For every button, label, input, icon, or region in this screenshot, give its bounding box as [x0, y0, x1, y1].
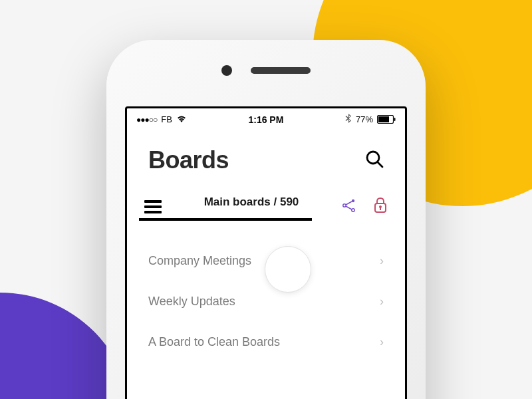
wifi-icon — [176, 114, 187, 125]
chevron-right-icon: › — [380, 335, 384, 349]
share-button[interactable] — [341, 198, 357, 216]
status-left: ●●●○○ FB — [136, 114, 187, 125]
phone-camera — [221, 65, 232, 76]
svg-line-8 — [346, 201, 352, 205]
phone-frame: ●●●○○ FB 1:16 PM 77% Boards — [106, 40, 426, 399]
svg-rect-2 — [394, 118, 395, 121]
touch-indicator — [265, 246, 311, 293]
phone-screen: ●●●○○ FB 1:16 PM 77% Boards — [125, 106, 407, 399]
phone-hardware-top — [221, 65, 311, 76]
bluetooth-icon — [345, 114, 352, 125]
svg-line-4 — [378, 162, 382, 167]
status-time: 1:16 PM — [248, 114, 283, 125]
status-right: 77% — [345, 114, 396, 125]
list-item-label: A Board to Clean Boards — [148, 335, 280, 349]
share-icon — [341, 198, 357, 213]
svg-point-7 — [352, 209, 354, 211]
svg-line-9 — [346, 206, 352, 209]
svg-rect-1 — [378, 116, 389, 122]
chevron-right-icon: › — [380, 295, 384, 309]
boards-list: Company Meetings › Weekly Updates › A Bo… — [127, 221, 405, 362]
page-header: Boards — [127, 128, 405, 186]
svg-rect-12 — [380, 207, 381, 210]
phone-speaker — [251, 67, 311, 74]
search-icon — [365, 150, 384, 168]
search-button[interactable] — [365, 150, 384, 171]
carrier-label: FB — [161, 114, 172, 124]
lock-icon — [373, 197, 388, 214]
tabs-row: Main boards / 590 — [127, 186, 405, 218]
chevron-right-icon: › — [380, 254, 384, 268]
battery-icon — [377, 115, 396, 124]
battery-percentage: 77% — [356, 114, 373, 124]
svg-point-6 — [343, 204, 346, 207]
list-item-label: Company Meetings — [148, 254, 251, 268]
page-title: Boards — [148, 146, 229, 174]
hamburger-icon — [144, 200, 162, 203]
tab-main-boards[interactable]: Main boards / 590 — [174, 196, 329, 218]
list-item[interactable]: A Board to Clean Boards › — [127, 322, 405, 362]
list-item-label: Weekly Updates — [148, 295, 235, 309]
svg-point-5 — [352, 200, 354, 202]
lock-button[interactable] — [373, 197, 388, 217]
menu-button[interactable] — [144, 200, 162, 213]
signal-strength-icon: ●●●○○ — [136, 115, 157, 124]
list-item[interactable]: Weekly Updates › — [127, 281, 405, 322]
status-bar: ●●●○○ FB 1:16 PM 77% — [127, 108, 405, 128]
